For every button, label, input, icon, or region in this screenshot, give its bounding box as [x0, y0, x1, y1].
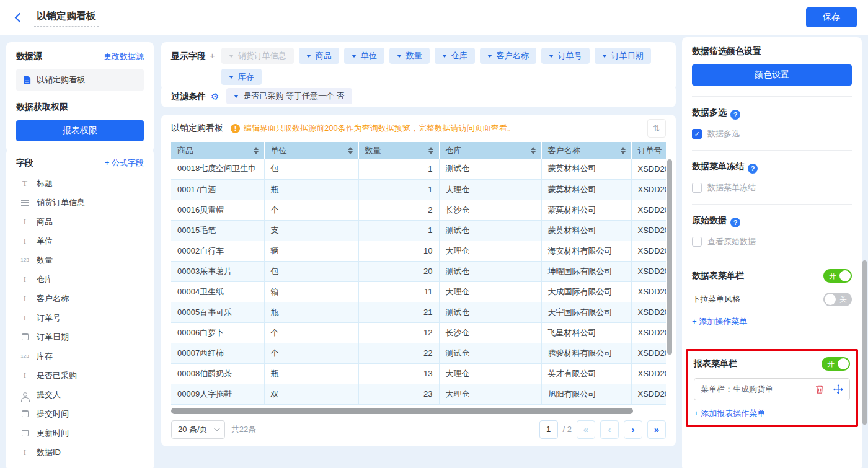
add-display-field-icon[interactable]: + [210, 48, 215, 85]
menu-item-label: 菜单栏：生成购货单 [701, 384, 815, 395]
document-icon [22, 76, 32, 85]
last-page-button[interactable]: » [647, 420, 666, 439]
add-action-menu-link[interactable]: + 添加操作菜单 [692, 316, 747, 327]
table-row[interactable]: 00016贝雷帽个2长沙仓蒙莫材料公司XSDD20 [171, 200, 666, 220]
field-item[interactable]: I订单号 [16, 308, 144, 327]
toggle-knob [838, 358, 849, 369]
field-item[interactable]: T标题 [16, 174, 144, 193]
checkbox-checked-icon[interactable]: ✓ [692, 129, 702, 139]
column-header[interactable]: 客户名称 [541, 142, 631, 159]
table-row[interactable]: 00003乐事薯片包20测试仓坤曜国际有限公司XSDD20 [171, 261, 666, 281]
field-chip[interactable]: 订单日期 [595, 48, 651, 64]
next-page-button[interactable]: › [624, 420, 642, 439]
warning-text: 编辑界面只取数据源前200条作为查询数据预览，完整数据请访问页面查看。 [244, 123, 515, 134]
field-chip[interactable]: 客户名称 [480, 48, 536, 64]
gear-icon[interactable]: ⚙ [211, 92, 219, 101]
move-icon[interactable] [833, 384, 843, 394]
menu-freeze-checkbox[interactable]: 数据菜单冻结 [692, 182, 852, 193]
field-item[interactable]: 更新时间 [16, 423, 144, 443]
table-row[interactable]: 00005百事可乐瓶21测试仓天宇国际有限公司XSDD20 [171, 302, 666, 322]
field-chip[interactable]: 单位 [344, 48, 384, 64]
field-item[interactable]: 订单日期 [16, 327, 144, 347]
chevron-down-icon [602, 55, 607, 58]
change-datasource-link[interactable]: 更改数据源 [104, 51, 144, 62]
table-row[interactable]: 00009人字拖鞋双23大理仓旭阳有限公司XSDD20 [171, 384, 666, 404]
sort-arrows-icon[interactable] [254, 147, 259, 154]
help-icon[interactable]: ? [730, 218, 740, 227]
field-item[interactable]: I是否已采购 [16, 366, 144, 385]
text-field-icon: I [19, 448, 31, 457]
table-vertical-scrollbar[interactable] [667, 159, 672, 355]
raw-data-checkbox[interactable]: 查看原始数据 [692, 236, 852, 247]
field-chip[interactable]: 订单号 [541, 48, 590, 64]
report-menu-title: 报表菜单栏 [694, 358, 737, 369]
column-header[interactable]: 单位 [264, 142, 358, 159]
page-size-select[interactable]: 20 条/页 [171, 420, 225, 439]
field-item[interactable]: 销货订单信息 [16, 193, 144, 212]
field-chip[interactable]: 数量 [389, 48, 430, 64]
column-header[interactable]: 商品 [171, 142, 264, 159]
help-icon[interactable]: ? [730, 110, 740, 120]
report-menu-toggle[interactable]: 开 [822, 357, 850, 371]
column-header[interactable]: 数量 [358, 142, 439, 159]
sort-arrows-icon[interactable] [428, 147, 433, 154]
checkbox-unchecked-icon[interactable] [692, 237, 702, 247]
field-item[interactable]: I商品 [16, 212, 144, 231]
field-item[interactable]: I单位 [16, 231, 144, 250]
add-report-action-menu-link[interactable]: + 添加报表操作菜单 [694, 408, 765, 419]
column-header[interactable]: 仓库 [439, 142, 541, 159]
field-chip[interactable]: 销货订单信息 [221, 48, 294, 64]
table-row[interactable]: 00017白酒瓶1大理仓蒙莫材料公司XSDD20 [171, 179, 666, 200]
table-row[interactable]: 00002自行车辆10大理仓海安材料有限公司XSDD20 [171, 241, 666, 261]
page-vertical-scrollbar[interactable] [862, 260, 867, 425]
save-button[interactable]: 保存 [806, 7, 857, 27]
sort-arrows-icon[interactable] [621, 147, 626, 154]
report-menu-item[interactable]: 菜单栏：生成购货单 [694, 378, 850, 400]
table-menu-toggle[interactable]: 开 [823, 269, 852, 283]
help-icon[interactable]: ? [748, 164, 758, 174]
add-formula-field-link[interactable]: + 公式字段 [105, 157, 144, 169]
back-icon[interactable] [15, 12, 25, 22]
fields-title: 字段 [16, 157, 33, 169]
sort-order-button[interactable]: ⇅ [647, 119, 666, 138]
datasource-item[interactable]: 以销定购看板 [16, 69, 144, 91]
datasource-name: 以销定购看板 [37, 74, 85, 86]
field-chip[interactable]: 商品 [299, 48, 339, 64]
checkbox-unchecked-icon[interactable] [692, 183, 702, 193]
sort-arrows-icon[interactable] [348, 147, 353, 154]
table-row[interactable]: 00015毛笔支1测试仓蒙莫材料公司XSDD20 [171, 220, 666, 241]
chevron-down-icon [549, 55, 554, 58]
table-row[interactable]: 00008伯爵奶茶瓶13大理仓英才有限公司XSDD20 [171, 363, 666, 384]
field-item[interactable]: I客户名称 [16, 289, 144, 308]
topbar: 以销定购看板 保存 [0, 0, 868, 35]
field-item[interactable]: I仓库 [16, 270, 144, 289]
datasource-panel: 数据源 更改数据源 以销定购看板 数据获取权限 报表权限 [6, 42, 154, 152]
table-row[interactable]: 00006白萝卜个12长沙仓飞星材料公司XSDD20 [171, 322, 666, 343]
field-item[interactable]: I数据ID [16, 443, 144, 462]
settings-panel: 数据筛选颜色设置 颜色设置 数据多选? ✓ 数据多选 数据菜单冻结? 数据菜单冻… [682, 37, 862, 468]
field-chip[interactable]: 库存 [221, 69, 262, 85]
divider [692, 96, 852, 97]
delete-icon[interactable] [815, 384, 825, 394]
report-permission-button[interactable]: 报表权限 [16, 120, 144, 141]
filter-condition-chip[interactable]: 是否已采购 等于任意一个 否 [226, 88, 352, 104]
table-row[interactable]: 00007西红柿个22测试仓腾骏材料有限公司XSDD20 [171, 343, 666, 363]
field-item[interactable]: 提交时间 [16, 404, 144, 423]
color-settings-button[interactable]: 颜色设置 [692, 64, 852, 86]
field-item[interactable]: 123数量 [16, 250, 144, 270]
raw-data-title: 原始数据 [692, 215, 727, 225]
table-row[interactable]: 00004卫生纸箱11大理仓大成国际有限公司XSDD20 [171, 281, 666, 302]
dropdown-style-toggle[interactable]: 关 [823, 293, 852, 306]
sort-arrows-icon[interactable] [531, 147, 536, 154]
field-item[interactable]: 提交人 [16, 385, 144, 404]
page-number-input[interactable]: 1 [539, 420, 558, 439]
prev-page-button[interactable]: ‹ [600, 420, 619, 439]
first-page-button[interactable]: « [577, 420, 595, 439]
table-row[interactable]: 00018七度空间卫生巾包1测试仓蒙莫材料公司XSDD20 [171, 159, 666, 179]
field-chip[interactable]: 仓库 [435, 48, 475, 64]
table-horizontal-scrollbar[interactable] [171, 408, 666, 414]
multi-select-checkbox[interactable]: ✓ 数据多选 [692, 128, 852, 139]
field-item[interactable]: 123库存 [16, 347, 144, 366]
column-header[interactable]: 订单号 [631, 142, 666, 159]
total-count: 共22条 [231, 424, 256, 435]
